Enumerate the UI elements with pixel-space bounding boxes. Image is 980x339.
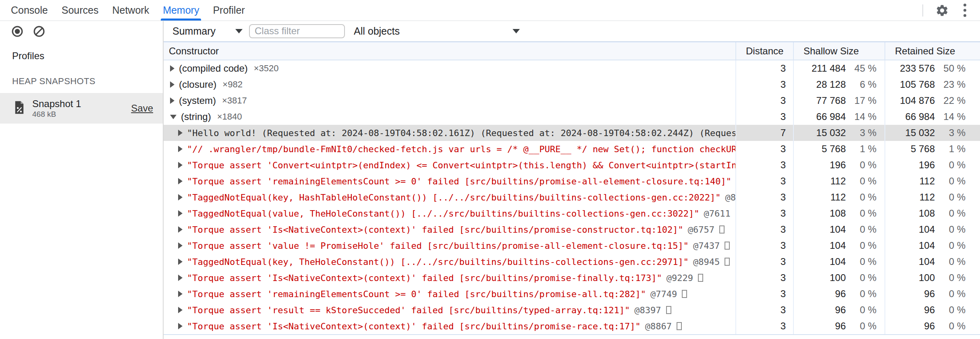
cell-distance: 3 bbox=[735, 173, 793, 189]
shallow-value: 104 bbox=[830, 240, 846, 251]
cell-distance: 7 bbox=[735, 125, 793, 141]
shallow-percent: 0 % bbox=[846, 320, 876, 332]
disclosure-triangle-icon[interactable] bbox=[178, 194, 183, 201]
cell-shallow-size: 77 768 17 % bbox=[793, 93, 884, 109]
cell-shallow-size: 100 0 % bbox=[793, 270, 884, 286]
more-options-kebab-icon[interactable] bbox=[961, 2, 969, 19]
disclosure-triangle-icon[interactable] bbox=[178, 178, 183, 184]
retained-percent: 0 % bbox=[935, 240, 965, 251]
tab-sources[interactable]: Sources bbox=[55, 0, 106, 21]
disclosure-triangle-icon[interactable] bbox=[170, 65, 174, 72]
constructor-cell: "TaggedNotEqual(value, TheHoleConstant()… bbox=[164, 205, 735, 221]
column-header-shallow-size[interactable]: Shallow Size bbox=[793, 42, 884, 60]
tab-network[interactable]: Network bbox=[105, 0, 156, 21]
shallow-value: 104 bbox=[830, 256, 846, 267]
shallow-value: 112 bbox=[831, 192, 846, 203]
object-preview-box-icon bbox=[698, 274, 703, 282]
disclosure-triangle-icon[interactable] bbox=[178, 275, 183, 281]
column-header-distance[interactable]: Distance bbox=[735, 42, 793, 60]
table-row[interactable]: "Hello world! (Requested at: 2024-08-19T… bbox=[164, 125, 980, 141]
column-header-retained-size[interactable]: Retained Size bbox=[884, 42, 980, 60]
table-row[interactable]: "Torque assert 'Is<NativeContext>(contex… bbox=[164, 318, 980, 334]
table-row[interactable]: (system) ×3817 3 77 768 17 % 104 876 22 … bbox=[164, 93, 980, 109]
column-header-constructor[interactable]: Constructor bbox=[164, 42, 735, 60]
table-row[interactable]: "TaggedNotEqual(value, TheHoleConstant()… bbox=[164, 205, 980, 221]
table-row[interactable]: "TaggedNotEqual(key, HashTableHoleConsta… bbox=[164, 189, 980, 205]
object-preview-box-icon bbox=[719, 225, 725, 234]
retained-value: 112 bbox=[920, 192, 935, 203]
disclosure-triangle-icon[interactable] bbox=[178, 307, 183, 313]
table-row[interactable]: "Torque assert 'Convert<uintptr>(endInde… bbox=[164, 157, 980, 173]
tab-label: Profiler bbox=[213, 4, 245, 16]
disclosure-triangle-icon[interactable] bbox=[178, 291, 183, 297]
row-label: "Torque assert 'value != PromiseHole' fa… bbox=[187, 241, 689, 251]
table-row[interactable]: "Torque assert 'Is<NativeContext>(contex… bbox=[164, 221, 980, 238]
table-row[interactable]: "Torque assert 'result == kStoreSucceded… bbox=[164, 302, 980, 318]
tab-console[interactable]: Console bbox=[4, 0, 55, 21]
row-object-id: @8397 bbox=[634, 305, 661, 315]
heap-snapshot-document-icon bbox=[14, 101, 25, 116]
table-row[interactable]: "// .wrangler/tmp/bundle-FmNIt0/checked-… bbox=[164, 141, 980, 157]
disclosure-triangle-icon[interactable] bbox=[178, 146, 183, 152]
disclosure-triangle-icon[interactable] bbox=[178, 130, 183, 136]
table-row[interactable]: "Torque assert 'value != PromiseHole' fa… bbox=[164, 238, 980, 254]
perspective-select-value: Summary bbox=[172, 25, 216, 37]
devtools-window: Console Sources Network Memory Profiler … bbox=[0, 0, 980, 339]
cell-distance: 3 bbox=[735, 286, 793, 302]
shallow-value: 66 984 bbox=[816, 111, 846, 122]
cell-retained-size: 196 0 % bbox=[884, 157, 980, 173]
shallow-percent: 3 % bbox=[846, 127, 876, 138]
profiles-sidebar: Profiles HEAP SNAPSHOTS Snapshot 1 468 k… bbox=[0, 41, 164, 339]
perspective-select[interactable]: Summary bbox=[170, 25, 243, 37]
table-row[interactable]: (compiled code) ×3520 3 211 484 45 % 233… bbox=[164, 60, 980, 76]
cell-shallow-size: 28 128 6 % bbox=[793, 76, 884, 93]
tab-memory[interactable]: Memory bbox=[156, 0, 206, 21]
shallow-percent: 0 % bbox=[846, 304, 876, 316]
disclosure-triangle-icon[interactable] bbox=[178, 242, 183, 249]
memory-panel-content: Profiles HEAP SNAPSHOTS Snapshot 1 468 k… bbox=[0, 41, 980, 339]
object-preview-box-icon bbox=[725, 258, 730, 266]
settings-gear-icon[interactable] bbox=[935, 4, 949, 17]
disclosure-triangle-icon[interactable] bbox=[178, 210, 183, 217]
cell-shallow-size: 108 0 % bbox=[793, 205, 884, 221]
shallow-value: 196 bbox=[830, 159, 846, 171]
snapshot-name: Snapshot 1 bbox=[32, 98, 81, 110]
disclosure-triangle-icon[interactable] bbox=[178, 226, 183, 233]
disclosure-triangle-icon[interactable] bbox=[178, 323, 183, 329]
table-row[interactable]: (string) ×1840 3 66 984 14 % 66 984 14 % bbox=[164, 109, 980, 125]
retained-value: 96 bbox=[924, 304, 935, 316]
shallow-value: 96 bbox=[835, 304, 846, 316]
record-heap-snapshot-icon[interactable] bbox=[11, 25, 23, 37]
snapshot-save-link[interactable]: Save bbox=[131, 103, 153, 114]
disclosure-triangle-icon[interactable] bbox=[178, 162, 183, 168]
retained-value: 100 bbox=[919, 272, 935, 283]
cell-distance: 3 bbox=[735, 93, 793, 109]
cell-distance: 3 bbox=[735, 189, 793, 205]
cell-retained-size: 112 0 % bbox=[884, 189, 980, 205]
constructor-cell: "Torque assert 'Is<NativeContext>(contex… bbox=[164, 221, 735, 238]
table-row[interactable]: "Torque assert 'remainingElementsCount >… bbox=[164, 286, 980, 302]
disclosure-triangle-icon[interactable] bbox=[170, 97, 174, 104]
disclosure-triangle-icon[interactable] bbox=[170, 115, 176, 119]
shallow-value: 100 bbox=[830, 272, 846, 283]
objects-scope-select[interactable]: All objects bbox=[354, 25, 520, 37]
table-row[interactable]: "Torque assert 'Is<NativeContext>(contex… bbox=[164, 270, 980, 286]
grid-rows: (compiled code) ×3520 3 211 484 45 % 233… bbox=[164, 60, 980, 335]
shallow-percent: 0 % bbox=[846, 288, 876, 300]
retained-value: 104 bbox=[919, 224, 935, 235]
row-label: (string) bbox=[181, 111, 211, 122]
class-filter-input[interactable] bbox=[249, 24, 345, 38]
constructor-cell: "Torque assert 'value != PromiseHole' fa… bbox=[164, 238, 735, 254]
table-row[interactable]: "Torque assert 'remainingElementsCount >… bbox=[164, 173, 980, 189]
disclosure-triangle-icon[interactable] bbox=[170, 81, 174, 88]
row-label: "Torque assert 'Is<NativeContext>(contex… bbox=[187, 321, 641, 331]
row-count: ×3520 bbox=[254, 63, 279, 74]
sidebar-item-snapshot-1[interactable]: Snapshot 1 468 kB Save bbox=[0, 93, 163, 124]
row-label: "Torque assert 'remainingElementsCount >… bbox=[187, 176, 731, 186]
table-row[interactable]: (closure) ×982 3 28 128 6 % 105 768 23 % bbox=[164, 76, 980, 93]
disclosure-triangle-icon[interactable] bbox=[178, 258, 183, 265]
shallow-value: 96 bbox=[835, 320, 846, 332]
tab-profiler[interactable]: Profiler bbox=[206, 0, 251, 21]
clear-profiles-icon[interactable] bbox=[33, 25, 45, 37]
table-row[interactable]: "TaggedNotEqual(key, TheHoleConstant()) … bbox=[164, 254, 980, 270]
